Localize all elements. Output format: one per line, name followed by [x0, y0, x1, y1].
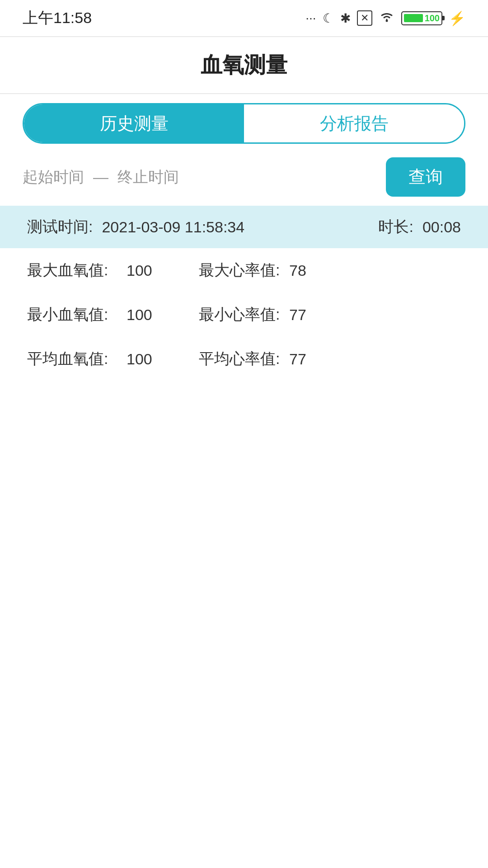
- start-time-label: 起始时间: [23, 167, 84, 188]
- tab-history[interactable]: 历史测量: [24, 104, 244, 142]
- avg-spo2-value: 100: [127, 350, 181, 368]
- query-button[interactable]: 查询: [386, 157, 465, 197]
- status-icons: ··· ☾ ✱ ✕ 100 ⚡: [305, 10, 465, 26]
- signal-dots-icon: ···: [305, 11, 316, 25]
- moon-icon: ☾: [323, 11, 334, 26]
- avg-hr-value: 77: [289, 350, 325, 368]
- max-hr-value: 78: [289, 262, 325, 279]
- wifi-icon: [379, 10, 395, 26]
- min-hr-value: 77: [289, 306, 325, 324]
- status-bar: 上午11:58 ··· ☾ ✱ ✕ 100 ⚡: [0, 0, 488, 36]
- avg-spo2-label: 平均血氧值:: [27, 349, 127, 369]
- xmark-icon: ✕: [357, 10, 372, 26]
- min-spo2-label: 最小血氧值:: [27, 304, 127, 325]
- charging-icon: ⚡: [449, 10, 465, 26]
- bluetooth-icon: ✱: [340, 11, 351, 26]
- svg-point-0: [385, 19, 388, 22]
- record-rows: 最大血氧值: 100 最大心率值: 78 最小血氧值: 100 最小心率值: 7…: [0, 248, 488, 381]
- record-header: 测试时间: 2021-03-09 11:58:34 时长: 00:08: [0, 206, 488, 248]
- test-time-label: 测试时间:: [27, 217, 93, 237]
- min-hr-label: 最小心率值:: [199, 304, 289, 325]
- table-row: 最大血氧值: 100 最大心率值: 78: [0, 248, 488, 292]
- max-hr-label: 最大心率值:: [199, 260, 289, 281]
- max-spo2-value: 100: [127, 262, 181, 279]
- record-card: 测试时间: 2021-03-09 11:58:34 时长: 00:08 最大血氧…: [0, 206, 488, 381]
- table-row: 平均血氧值: 100 平均心率值: 77: [0, 337, 488, 381]
- avg-hr-label: 平均心率值:: [199, 349, 289, 369]
- filter-row: 起始时间 — 终止时间 查询: [23, 157, 465, 197]
- tab-switcher: 历史测量 分析报告: [23, 103, 465, 144]
- test-time-value: 2021-03-09 11:58:34: [102, 218, 244, 236]
- status-time: 上午11:58: [23, 8, 92, 28]
- filter-dash: —: [93, 168, 108, 186]
- table-row: 最小血氧值: 100 最小心率值: 77: [0, 292, 488, 337]
- title-divider: [0, 93, 488, 94]
- page-title: 血氧测量: [0, 37, 488, 93]
- battery-icon: 100: [401, 11, 442, 25]
- min-spo2-value: 100: [127, 306, 181, 324]
- tab-analysis[interactable]: 分析报告: [244, 104, 464, 142]
- end-time-label: 终止时间: [117, 167, 179, 188]
- duration-label: 时长:: [378, 217, 413, 237]
- max-spo2-label: 最大血氧值:: [27, 260, 127, 281]
- duration-value: 00:08: [422, 218, 461, 236]
